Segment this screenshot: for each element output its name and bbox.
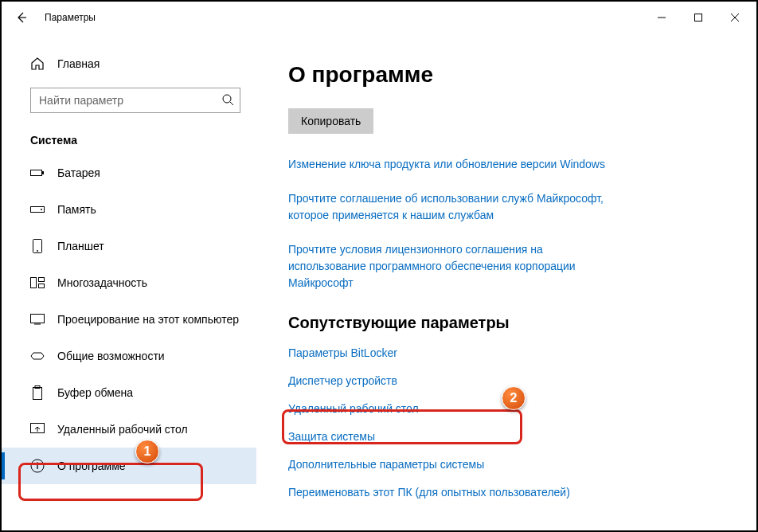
annotation-callout-2: 2 [502, 386, 526, 410]
sidebar-home[interactable]: Главная [2, 48, 256, 76]
remote-icon [30, 422, 45, 436]
svg-rect-3 [42, 171, 44, 174]
svg-rect-9 [39, 278, 45, 282]
main-content: О программе Копировать Изменение ключа п… [256, 33, 756, 530]
svg-rect-10 [39, 284, 45, 288]
sidebar-item-clipboard[interactable]: Буфер обмена [2, 374, 256, 411]
sidebar-item-label: Многозадачность [57, 276, 147, 289]
link-bitlocker[interactable]: Параметры BitLocker [288, 345, 623, 362]
sidebar-item-remote-desktop[interactable]: Удаленный рабочий стол [2, 411, 256, 448]
svg-point-7 [37, 250, 38, 252]
sidebar-item-battery[interactable]: Батарея [2, 155, 256, 191]
search-input[interactable] [30, 88, 240, 113]
sidebar-item-shared[interactable]: Общие возможности [2, 338, 256, 374]
sidebar-item-storage[interactable]: Память [2, 191, 256, 228]
sidebar-item-label: Общие возможности [57, 350, 165, 362]
svg-rect-11 [31, 315, 45, 323]
sidebar-item-about[interactable]: О программе [2, 448, 256, 484]
info-icon [30, 459, 45, 473]
shared-icon [30, 349, 45, 363]
back-button[interactable] [5, 2, 38, 33]
window-controls [643, 5, 753, 30]
app-title: Параметры [45, 12, 96, 23]
svg-rect-2 [31, 170, 42, 176]
svg-point-1 [223, 95, 231, 103]
link-services-agreement[interactable]: Прочтите соглашение об использовании слу… [288, 190, 623, 224]
maximize-button[interactable] [680, 5, 717, 30]
sidebar-item-label: Память [57, 203, 96, 216]
svg-rect-8 [31, 278, 37, 288]
tablet-icon [30, 239, 45, 253]
sidebar-section-title: Система [2, 113, 256, 155]
sidebar-item-multitasking[interactable]: Многозадачность [2, 264, 256, 301]
link-change-product-key[interactable]: Изменение ключа продукта или обновление … [288, 156, 623, 173]
svg-rect-0 [695, 14, 702, 22]
close-button[interactable] [717, 5, 753, 30]
link-system-protection[interactable]: Защита системы [288, 428, 623, 445]
home-icon [30, 57, 45, 71]
multitasking-icon [30, 276, 45, 290]
sidebar-item-label: Проецирование на этот компьютер [57, 313, 239, 326]
storage-icon [30, 202, 45, 217]
svg-rect-12 [33, 388, 42, 400]
sidebar-item-label: Буфер обмена [57, 386, 133, 399]
sidebar: Главная Система Батарея Память Планшет М… [2, 33, 256, 530]
search-icon [221, 93, 234, 109]
sidebar-item-label: Планшет [57, 240, 104, 252]
sidebar-item-label: О программе [57, 460, 126, 472]
link-rename-pc[interactable]: Переименовать этот ПК (для опытных польз… [288, 484, 623, 501]
link-advanced-system-settings[interactable]: Дополнительные параметры системы [288, 456, 623, 473]
sidebar-item-label: Батарея [57, 166, 100, 179]
page-title: О программе [288, 62, 725, 88]
sidebar-item-projecting[interactable]: Проецирование на этот компьютер [2, 301, 256, 338]
related-heading: Сопутствующие параметры [288, 314, 725, 332]
clipboard-icon [30, 385, 45, 400]
titlebar: Параметры [2, 2, 756, 33]
link-remote-desktop[interactable]: Удаленный рабочий стол [288, 401, 623, 417]
sidebar-item-label: Удаленный рабочий стол [57, 423, 188, 436]
copy-button[interactable]: Копировать [288, 108, 373, 134]
svg-point-16 [37, 462, 38, 464]
battery-icon [30, 166, 45, 180]
link-device-manager[interactable]: Диспетчер устройств [288, 373, 623, 389]
project-icon [30, 312, 45, 327]
arrow-left-icon [15, 11, 28, 24]
sidebar-item-tablet[interactable]: Планшет [2, 228, 256, 264]
link-license-terms[interactable]: Прочтите условия лицензионного соглашени… [288, 241, 623, 291]
annotation-callout-1: 1 [135, 440, 159, 464]
sidebar-home-label: Главная [57, 57, 100, 70]
svg-point-5 [41, 209, 42, 210]
minimize-button[interactable] [643, 5, 680, 30]
